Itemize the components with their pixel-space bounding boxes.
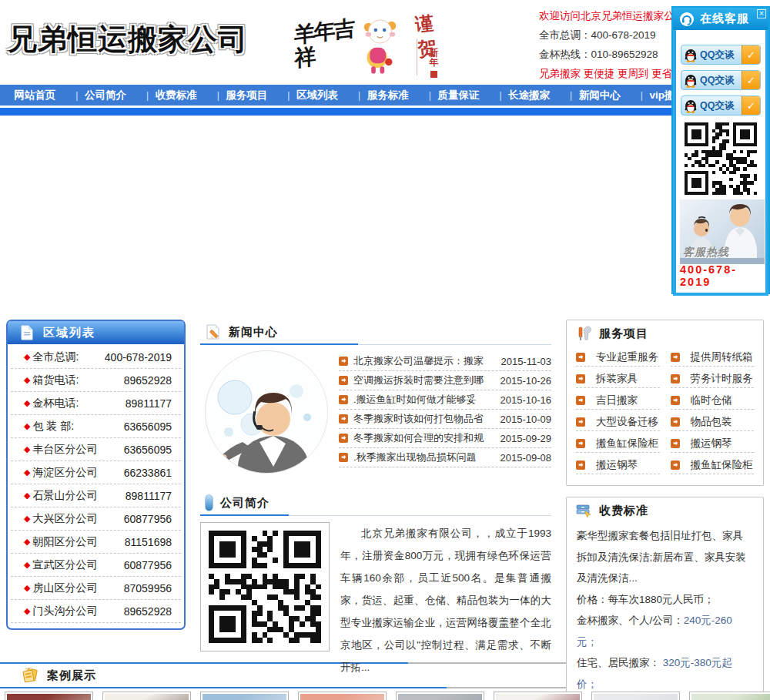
service-item-label: 物品包装 xyxy=(691,415,732,429)
service-item[interactable]: 劳务计时服务 xyxy=(671,370,755,388)
service-item[interactable]: 搬鱼缸保险柜 xyxy=(671,456,755,474)
diamond-bullet-icon: ◆ xyxy=(24,560,30,570)
nav-item-wrap: 收费标准 | xyxy=(156,89,219,102)
nav-item[interactable]: 收费标准 xyxy=(156,89,197,102)
service-item[interactable]: 吉日搬家 xyxy=(576,391,660,410)
news-item-title[interactable]: 空调搬运拆装时需要注意到哪 xyxy=(353,373,494,387)
nav-item[interactable]: 新闻中心 xyxy=(579,89,621,102)
nav-separator: | xyxy=(499,90,501,101)
nav-item[interactable]: 质量保证 xyxy=(437,89,479,102)
nav-item[interactable]: 服务标准 xyxy=(367,89,409,102)
news-item-date: 2015-11-03 xyxy=(494,356,551,367)
area-list-title: 区域列表 xyxy=(43,326,95,340)
nav-item[interactable]: 网站首页 xyxy=(14,89,55,102)
area-list-rows: ◆ 全市总调: 400-678-2019 ◆ 箱货电话: 89652928 ◆ xyxy=(8,344,184,628)
news-item-date: 2015-10-26 xyxy=(494,375,551,387)
hotline-number: 400-678-2019 xyxy=(680,266,762,285)
area-row: ◆ 丰台区分公司 63656095 xyxy=(11,438,181,461)
news-title: 新闻中心 xyxy=(229,325,278,340)
nav-item[interactable]: 长途搬家 xyxy=(508,89,550,102)
case-thumbnail[interactable] xyxy=(298,692,387,700)
about-title: 公司简介 xyxy=(220,496,270,511)
service-item[interactable]: 提供周转纸箱 xyxy=(671,348,755,367)
nav-item[interactable]: 服务项目 xyxy=(226,89,267,102)
case-thumbnail-image xyxy=(300,694,384,700)
greeting-block: 谨贺 新年 xyxy=(407,8,448,79)
qq-chat-button[interactable]: QQ交谈 ✓ xyxy=(681,70,761,90)
greeting-divider xyxy=(417,39,423,75)
nav-item[interactable]: 区域列表 xyxy=(296,89,338,102)
diamond-bullet-icon: ◆ xyxy=(24,398,30,408)
area-label: 门头沟分公司 xyxy=(32,605,123,618)
service-item[interactable]: 拆装家具 xyxy=(576,370,660,388)
case-thumbnail[interactable] xyxy=(200,692,289,700)
area-row: ◆ 海淀区分公司 66233861 xyxy=(11,461,181,484)
area-row: ◆ 大兴区分公司 60877956 xyxy=(11,507,181,531)
case-thumbnail[interactable] xyxy=(396,692,484,700)
case-thumbnail[interactable] xyxy=(494,692,582,700)
service-link-icon xyxy=(671,353,680,362)
qq-penguin-icon xyxy=(684,98,698,113)
diamond-bullet-icon: ◆ xyxy=(24,491,30,501)
news-item-title[interactable]: 冬季搬家时该如何打包物品省 xyxy=(353,412,494,426)
service-item-label: 吉日搬家 xyxy=(596,394,638,407)
area-label: 全市总调: xyxy=(32,350,104,364)
header-contact-info: 欢迎访问北京兄弟恒运搬家公司 全市总调：400-678-2019 金杯热线：01… xyxy=(539,6,678,83)
area-phone: 63656095 xyxy=(124,420,172,433)
case-thumbnail[interactable] xyxy=(102,692,191,700)
service-item[interactable]: 搬运钢琴 xyxy=(671,434,755,453)
about-underline xyxy=(200,514,289,516)
service-item-label: 搬运钢琴 xyxy=(596,458,638,472)
area-label: 箱货电话: xyxy=(32,373,123,387)
nav-item-wrap: 质量保证 | xyxy=(437,89,501,102)
hotline-label: 客服热线 xyxy=(683,246,729,260)
service-item[interactable]: 专业起重服务 xyxy=(576,348,660,367)
service-item-label: 提供周转纸箱 xyxy=(691,350,753,364)
diamond-bullet-icon: ◆ xyxy=(24,352,30,362)
news-link-icon xyxy=(339,376,348,385)
nav-item-wrap: 新闻中心 | xyxy=(579,89,643,102)
service-link-icon xyxy=(576,417,585,427)
qq-chat-button[interactable]: QQ交谈 ✓ xyxy=(681,45,761,65)
area-phone: 60877956 xyxy=(124,513,172,525)
service-woman-illustration xyxy=(206,351,328,474)
area-row: ◆ 石景山分公司 89811177 xyxy=(11,484,181,507)
news-item-date: 2015-10-09 xyxy=(494,414,551,425)
pricing-title: 收费标准 xyxy=(599,504,648,518)
service-item[interactable]: 物品包装 xyxy=(671,413,755,431)
area-phone: 89811177 xyxy=(126,397,172,410)
service-item[interactable]: 临时仓储 xyxy=(671,391,755,410)
news-item-title[interactable]: .搬运鱼缸时如何做才能够妥 xyxy=(353,393,494,407)
qq-chat-button[interactable]: QQ交谈 ✓ xyxy=(681,95,761,116)
case-thumbnail[interactable] xyxy=(5,692,93,700)
close-icon[interactable]: × xyxy=(757,9,766,18)
nav-item[interactable]: 公司简介 xyxy=(85,89,126,102)
news-item-title[interactable]: 冬季搬家如何合理的安排和规 xyxy=(353,431,494,445)
service-item[interactable]: 搬鱼缸保险柜 xyxy=(576,434,660,453)
nav-item-wrap: 长途搬家 | xyxy=(508,89,572,102)
news-row: .秋季搬家出现物品损坏问题 2015-09-08 xyxy=(339,448,551,467)
case-thumbnail[interactable] xyxy=(591,692,680,700)
nav-separator: | xyxy=(287,90,290,101)
service-item-label: 大型设备迁移 xyxy=(596,415,658,429)
customer-service-photo xyxy=(205,350,328,474)
area-label: 海淀区分公司 xyxy=(32,466,123,480)
middle-column: 新闻中心 xyxy=(200,320,551,678)
diamond-bullet-icon: ◆ xyxy=(24,375,30,385)
site-header: 兄弟恒运搬家公司 羊年吉祥 谨贺 新年 xyxy=(0,0,770,85)
service-link-icon xyxy=(671,417,680,427)
site-logo[interactable]: 兄弟恒运搬家公司 xyxy=(8,20,248,59)
service-item-label: 临时仓储 xyxy=(691,394,732,407)
service-item[interactable]: 大型设备迁移 xyxy=(576,413,660,431)
news-item-title[interactable]: 北京搬家公司温馨提示：搬家 xyxy=(353,354,494,368)
services-header: 服务项目 xyxy=(567,320,763,347)
qq-penguin-icon xyxy=(684,72,698,88)
area-phone: 60877956 xyxy=(124,559,172,571)
case-thumbnail[interactable] xyxy=(689,692,770,700)
pricing-box: 收费标准 豪华型搬家套餐包括旧址打包、家具拆卸及清洗保洁;新居布置、家具安装及清… xyxy=(566,497,764,700)
news-underline xyxy=(200,343,358,345)
service-item[interactable]: 搬运钢琴 xyxy=(576,456,660,474)
qq-chat-label: QQ交谈 xyxy=(698,99,742,112)
news-item-title[interactable]: .秋季搬家出现物品损坏问题 xyxy=(353,450,494,464)
pricing-line-text: 住宅、居民搬家： xyxy=(577,657,660,668)
